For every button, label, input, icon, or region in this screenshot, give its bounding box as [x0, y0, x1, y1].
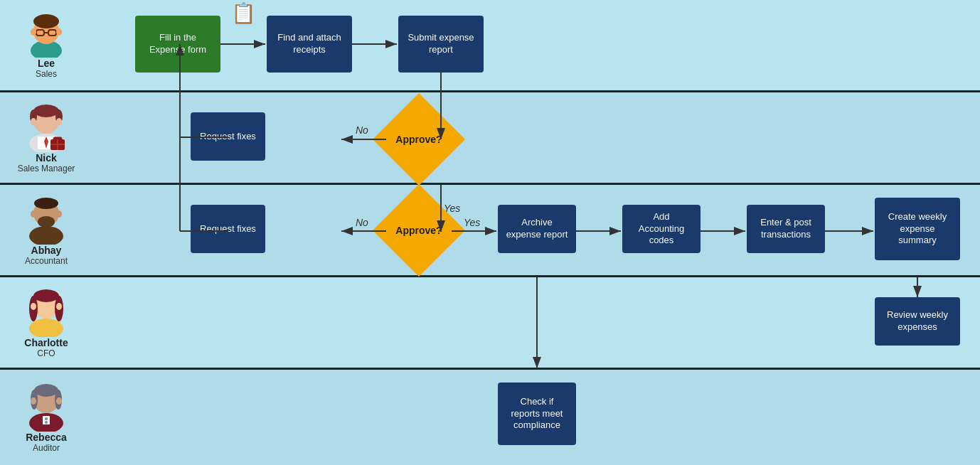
svg-point-16 — [56, 118, 62, 125]
lee-avatar — [25, 11, 68, 58]
svg-point-40 — [56, 397, 62, 405]
svg-point-33 — [56, 303, 62, 310]
svg-point-29 — [33, 289, 59, 302]
fill-expense-box[interactable]: Fill in the Expense form — [135, 16, 220, 73]
create-weekly-box[interactable]: Create weekly expense summary — [875, 198, 960, 260]
svg-point-21 — [29, 226, 63, 245]
svg-point-6 — [31, 28, 36, 36]
svg-point-15 — [31, 118, 36, 125]
rebecca-avatar — [23, 382, 70, 432]
svg-point-12 — [33, 105, 59, 117]
abhay-role: Accountant — [25, 256, 68, 266]
svg-point-25 — [31, 210, 36, 218]
abhay-avatar — [23, 195, 70, 245]
svg-point-27 — [29, 319, 63, 337]
nick-name: Nick — [36, 152, 57, 164]
svg-point-7 — [56, 28, 62, 36]
review-weekly-box[interactable]: Review weekly expenses — [875, 297, 960, 346]
svg-point-42 — [45, 417, 48, 420]
nick-role: Sales Manager — [18, 164, 75, 173]
svg-point-39 — [31, 397, 36, 405]
svg-point-36 — [34, 384, 58, 397]
svg-point-2 — [33, 14, 59, 28]
find-receipts-box[interactable]: Find and attach receipts — [267, 16, 352, 73]
archive-report-box[interactable]: Archive expense report — [498, 205, 576, 253]
charlotte-role: CFO — [37, 348, 55, 358]
lee-role: Sales — [36, 69, 57, 79]
lee-name: Lee — [38, 58, 55, 69]
charlotte-name: Charlotte — [24, 337, 68, 348]
nick-avatar — [23, 102, 70, 152]
rebecca-role: Auditor — [33, 443, 60, 453]
actor-charlotte: Charlotte CFO — [0, 282, 92, 364]
abhay-name: Abhay — [31, 245, 62, 256]
svg-point-24 — [34, 198, 58, 209]
actor-nick: Nick Sales Manager — [0, 97, 92, 179]
actor-lee: Lee Sales — [0, 6, 92, 85]
request-fixes-abhay-box[interactable]: Request fixes — [191, 205, 265, 253]
actor-abhay: Abhay Accountant — [0, 189, 92, 272]
submit-report-box[interactable]: Submit expense report — [398, 16, 484, 73]
charlotte-avatar — [23, 287, 70, 337]
receipt-icon: 📋 — [231, 1, 256, 25]
enter-post-box[interactable]: Enter & post transactions — [747, 205, 825, 253]
rebecca-name: Rebecca — [26, 432, 67, 443]
actor-rebecca: Rebecca Auditor — [0, 376, 92, 459]
approve-abhay-diamond[interactable]: Approve? — [386, 198, 452, 263]
svg-point-32 — [31, 303, 36, 310]
request-fixes-nick-box[interactable]: Request fixes — [191, 112, 265, 161]
check-compliance-box[interactable]: Check if reports meet compliance — [498, 383, 576, 445]
svg-point-23 — [38, 216, 55, 228]
svg-point-43 — [45, 421, 48, 424]
add-accounting-box[interactable]: Add Accounting codes — [622, 205, 701, 253]
approve-nick-diamond[interactable]: Approve? — [386, 107, 452, 172]
svg-point-26 — [56, 210, 62, 218]
